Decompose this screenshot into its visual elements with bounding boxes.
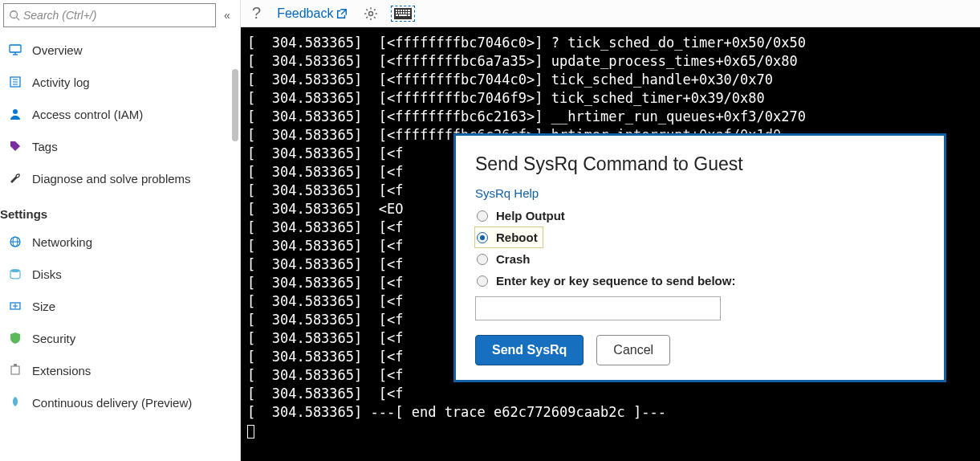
nav-item-activity-log[interactable]: Activity log (0, 66, 240, 98)
cursor-icon (247, 425, 254, 439)
console-line: [ 304.583365] [<ffffffffbc7046c0>] ? tic… (247, 34, 974, 52)
radio-icon (477, 275, 488, 287)
svg-rect-26 (398, 12, 400, 14)
nav-label: Overview (32, 43, 83, 57)
scrollbar-thumb[interactable] (232, 69, 238, 141)
nav-label: Tags (32, 140, 58, 153)
nav-label: Diagnose and solve problems (32, 172, 191, 186)
radio-label: Reboot (496, 230, 538, 244)
radio-label: Help Output (496, 209, 565, 222)
nav-item-disks[interactable]: Disks (0, 258, 240, 290)
nav-label: Activity log (32, 75, 90, 89)
console-line: [ 304.583365] ---[ end trace e62c772609c… (247, 403, 974, 422)
svg-point-13 (10, 269, 20, 272)
settings-section-label: Settings (0, 194, 240, 226)
sidebar-nav: Overview Activity log Access control (IA… (0, 34, 240, 461)
svg-point-0 (10, 11, 18, 18)
nav-item-diagnose[interactable]: Diagnose and solve problems (0, 162, 240, 194)
svg-rect-33 (408, 14, 410, 16)
svg-rect-21 (401, 10, 402, 11)
nav-item-continuous-delivery[interactable]: Continuous delivery (Preview) (0, 386, 240, 418)
svg-rect-23 (405, 10, 407, 11)
monitor-icon (8, 43, 22, 57)
feedback-label: Feedback (277, 6, 333, 21)
svg-line-1 (17, 18, 20, 21)
toolbar: ? Feedback (241, 0, 980, 27)
person-icon (8, 107, 22, 121)
send-sysrq-button[interactable]: Send SysRq (475, 335, 584, 365)
svg-rect-22 (403, 10, 405, 11)
nav-item-security[interactable]: Security (0, 322, 240, 354)
svg-rect-24 (408, 10, 410, 11)
nav-label: Extensions (32, 364, 91, 377)
sidebar: Search (Ctrl+/) « Overview Activity log (0, 0, 241, 461)
svg-point-17 (369, 11, 373, 15)
radio-icon (477, 210, 488, 222)
nav-label: Disks (32, 267, 62, 281)
rocket-icon (8, 395, 22, 410)
nav-item-access-control[interactable]: Access control (IAM) (0, 98, 240, 130)
nav-item-extensions[interactable]: Extensions (0, 354, 240, 386)
radio-enter-key[interactable]: Enter key or key sequence to send below: (475, 270, 925, 292)
search-input[interactable]: Search (Ctrl+/) (3, 3, 216, 27)
cancel-button[interactable]: Cancel (596, 335, 670, 365)
nav-label: Networking (32, 235, 92, 249)
keyboard-button[interactable] (391, 6, 415, 22)
nav-item-size[interactable]: Size (0, 290, 240, 322)
svg-rect-31 (396, 14, 398, 16)
keyboard-icon (394, 8, 412, 19)
settings-button[interactable] (360, 5, 381, 22)
nav-item-tags[interactable]: Tags (0, 130, 240, 162)
search-placeholder: Search (Ctrl+/) (23, 9, 96, 22)
svg-rect-32 (399, 14, 407, 16)
console-line: [ 304.583365] [<ffffffffbc6a7a35>] updat… (247, 52, 974, 71)
shield-icon (8, 331, 22, 345)
svg-rect-16 (14, 364, 17, 366)
radio-label: Crash (496, 252, 531, 266)
svg-rect-25 (396, 12, 397, 14)
log-icon (8, 75, 22, 89)
radio-crash[interactable]: Crash (475, 248, 925, 270)
radio-label: Enter key or key sequence to send below: (496, 274, 735, 288)
svg-rect-15 (11, 366, 19, 374)
console-line: [ 304.583365] [<ffffffffbc7046f9>] tick_… (247, 89, 974, 108)
svg-point-9 (13, 109, 18, 114)
search-icon (9, 10, 20, 21)
svg-rect-29 (405, 12, 407, 14)
size-icon (8, 299, 22, 313)
svg-rect-2 (10, 45, 21, 52)
radio-icon (477, 254, 488, 265)
svg-rect-27 (401, 12, 402, 14)
console-line: [ 304.583365] [<ffffffffbc6c2163>] __hrt… (247, 108, 974, 126)
tag-icon (8, 139, 22, 153)
nav-label: Continuous delivery (Preview) (32, 396, 192, 410)
key-sequence-input[interactable] (475, 296, 721, 320)
svg-rect-30 (408, 12, 410, 14)
extension-icon (8, 363, 22, 377)
gear-icon (364, 6, 378, 21)
svg-rect-28 (403, 12, 405, 14)
wrench-icon (8, 171, 22, 186)
radio-icon (477, 232, 488, 243)
svg-rect-19 (396, 10, 397, 11)
console-line: [ 304.583365] [<ffffffffbc7044c0>] tick_… (247, 71, 974, 89)
console-line: [ 304.583365] [<f (247, 385, 974, 403)
svg-rect-20 (398, 10, 400, 11)
feedback-link[interactable]: Feedback (274, 5, 351, 22)
disks-icon (8, 267, 22, 281)
nav-item-overview[interactable]: Overview (0, 34, 240, 66)
radio-reboot[interactable]: Reboot (475, 227, 543, 247)
sysrq-modal: Send SysRq Command to Guest SysRq Help H… (453, 133, 946, 382)
sysrq-help-link[interactable]: SysRq Help (475, 186, 539, 200)
help-button[interactable]: ? (249, 2, 264, 24)
nav-label: Size (32, 300, 55, 313)
modal-title: Send SysRq Command to Guest (475, 153, 925, 175)
collapse-sidebar-button[interactable]: « (216, 9, 235, 22)
radio-help-output[interactable]: Help Output (475, 205, 925, 226)
nav-label: Access control (IAM) (32, 108, 143, 121)
nav-item-networking[interactable]: Networking (0, 226, 240, 258)
nav-label: Security (32, 332, 75, 345)
globe-icon (8, 235, 22, 249)
external-link-icon (336, 8, 348, 19)
